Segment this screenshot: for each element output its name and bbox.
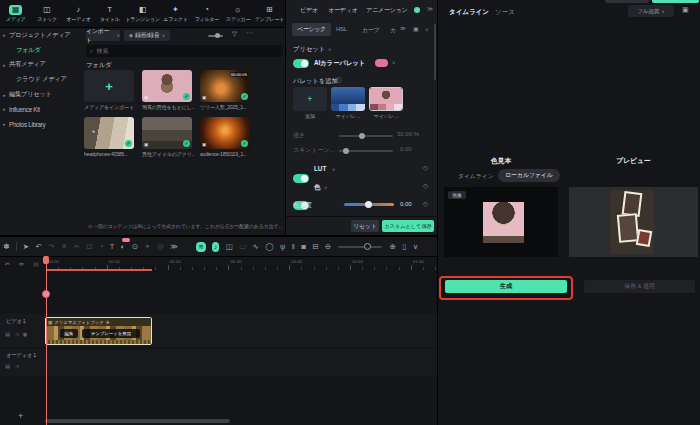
more-options-icon[interactable]: ⋯	[246, 29, 253, 37]
chevron-down-icon[interactable]: ∨	[328, 47, 331, 52]
tab-video[interactable]: ビデオ	[300, 6, 318, 15]
tab-effect[interactable]: ✦エフェクト	[160, 0, 191, 27]
speech-to-text-icon[interactable]: ≋	[196, 242, 205, 252]
props-scrollbar[interactable]	[434, 24, 436, 80]
add-palette-tile[interactable]: +	[293, 87, 327, 111]
ai-tab-icon[interactable]	[414, 7, 420, 13]
redo-icon[interactable]: ↷	[48, 242, 54, 252]
marker-icon[interactable]: ◯	[265, 242, 273, 252]
captions-icon[interactable]: ⊟	[312, 242, 318, 252]
save-custom-button[interactable]: カスタムとして保存	[382, 220, 434, 232]
chevron-down-icon[interactable]: ∨	[392, 60, 395, 65]
subtab-basic[interactable]: ベーシック	[292, 23, 331, 36]
swatch-image-box[interactable]: 画像	[444, 187, 558, 257]
tab-sticker[interactable]: ☼ステッカー	[222, 0, 253, 27]
zoom-out-icon[interactable]: ⊖	[325, 242, 331, 252]
sidebar-item-folder[interactable]: フォルダ	[0, 43, 84, 58]
keyframe-diamond-icon[interactable]: ◇	[423, 164, 428, 172]
media-thumbnail[interactable]: ▣ ✓	[200, 117, 250, 149]
tab-filter[interactable]: ◔フィルター	[191, 0, 222, 27]
sidebar-item-edit-presets[interactable]: ▸編集プリセット	[0, 87, 84, 102]
keyframe-diamond-icon[interactable]: ◇	[423, 200, 428, 208]
palette-tile-blue[interactable]	[331, 87, 365, 111]
sidebar-item-influence-kit[interactable]: ▸Influence Kit	[0, 102, 84, 117]
tab-transition[interactable]: ◧トランジション	[125, 0, 159, 27]
tab-stock[interactable]: ◫ストック	[31, 0, 62, 27]
tab-audio[interactable]: ♪オーディオ	[63, 0, 94, 27]
viewer-tab-timeline[interactable]: タイムライン	[449, 8, 489, 17]
toolbar-dropdown-icon[interactable]: ∨	[413, 242, 419, 252]
preview-image-box[interactable]	[569, 187, 698, 257]
split-icon[interactable]: ✂	[74, 242, 80, 252]
subtab-overflow-icon[interactable]: ≫	[400, 25, 406, 31]
scope-icon[interactable]: ▣	[413, 25, 419, 32]
lock-track-icon[interactable]: ▤	[5, 331, 10, 337]
audio-mixer-icon[interactable]: ‖	[292, 242, 295, 252]
clip-edit-button[interactable]: 編集	[60, 329, 78, 338]
reset-button[interactable]: リセット	[351, 220, 379, 232]
chevron-down-icon[interactable]: ∨	[324, 185, 327, 190]
sidebar-item-photos-library[interactable]: ▸Photos Library	[0, 117, 84, 132]
sidebar-item-project-media[interactable]: ▸プロジェクトメディア	[0, 28, 84, 43]
chevron-down-icon[interactable]: ∨	[425, 27, 428, 32]
subtab-color[interactable]: カ	[390, 26, 396, 35]
snapshot-camera-icon[interactable]: ◙	[301, 242, 306, 252]
import-media-tile[interactable]: +	[84, 70, 134, 102]
tab-animation[interactable]: アニメーション	[366, 6, 407, 15]
transition-icon[interactable]: ◫	[226, 242, 233, 252]
sidebar-item-shared-media[interactable]: ▸共有メディア	[0, 58, 84, 73]
save-apply-button[interactable]: 保存 & 適用	[584, 280, 695, 293]
hide-track-icon[interactable]: ◉	[22, 331, 27, 337]
playhead-handle[interactable]	[43, 256, 49, 264]
viewer-tab-source[interactable]: ソース	[495, 8, 515, 17]
thumbnail-size-slider[interactable]	[208, 35, 223, 37]
tab-media[interactable]: ▦メディア	[0, 0, 31, 27]
ai-tools-icon[interactable]: ✦	[144, 242, 150, 252]
generate-button[interactable]: 生成	[445, 280, 567, 293]
subtab-curve[interactable]: カーブ	[362, 26, 379, 35]
delete-icon[interactable]: ✕	[61, 242, 67, 252]
mute-track-icon[interactable]: ◅	[14, 363, 18, 369]
mute-track-icon[interactable]: ◅	[14, 331, 18, 337]
lock-track-icon[interactable]: ▤	[5, 363, 10, 369]
titlebar-button-partial[interactable]	[605, 0, 649, 3]
audio-track-lane[interactable]	[0, 349, 437, 376]
keyframe-diamond-icon[interactable]: ◇	[423, 182, 428, 190]
timeline-clip[interactable]: ▦ クリスマスフォトブック ❀ 編集 テンプレートを展開	[45, 317, 152, 345]
timeline-hscrollbar[interactable]	[45, 419, 230, 423]
chevron-down-icon[interactable]: ∨	[332, 167, 335, 172]
tab-template[interactable]: ⊞テンプレート	[254, 0, 285, 27]
chroma-key-icon[interactable]: ⊙	[132, 242, 138, 252]
plugin-icon[interactable]: ▭	[239, 242, 246, 252]
tab-audio[interactable]: オーディオ	[328, 6, 358, 15]
text-tool-icon[interactable]: T	[110, 242, 115, 252]
select-tool-icon[interactable]: ➤	[23, 242, 29, 252]
subtab-hsl[interactable]: HSL	[336, 26, 347, 32]
speed-icon[interactable]: ◔	[99, 242, 104, 252]
import-dropdown[interactable]: インポート ∨	[86, 30, 120, 41]
expand-tabs-icon[interactable]: ≫	[427, 5, 433, 12]
strength-slider[interactable]	[339, 135, 393, 137]
ai-palette-toggle[interactable]	[293, 59, 309, 68]
swatch-tab-local[interactable]: ローカルファイル	[498, 169, 560, 182]
lut-toggle[interactable]	[293, 174, 309, 183]
voiceover-mic-icon[interactable]: ψ	[280, 242, 285, 252]
mask-tool-icon[interactable]: ◐	[121, 242, 126, 252]
media-thumbnail[interactable]: ◔ ✓	[84, 117, 134, 149]
playhead-line[interactable]	[46, 256, 48, 425]
preview-render-icon[interactable]: ◎	[157, 242, 164, 252]
filter-funnel-icon[interactable]: ▽	[232, 30, 237, 38]
skintone-slider[interactable]	[339, 150, 393, 152]
palette-tile-pink[interactable]	[369, 87, 403, 111]
search-input[interactable]	[96, 48, 279, 54]
quick-split-icon[interactable]: ✂	[5, 260, 10, 268]
temperature-slider[interactable]	[344, 203, 394, 206]
quality-dropdown[interactable]: フル品質 ∨	[628, 5, 674, 17]
record-dropdown[interactable]: ◉ 録画/録音 ∨	[124, 30, 170, 41]
swatch-tab-timeline[interactable]: タイムライン	[458, 172, 494, 181]
playhead-marker-dot[interactable]	[42, 290, 50, 298]
add-track-button[interactable]: +	[18, 411, 23, 421]
track-manage-icon[interactable]: ▤	[33, 260, 39, 267]
link-icon[interactable]: ∞	[19, 260, 24, 267]
text-to-speech-icon[interactable]: ♪	[212, 242, 219, 252]
